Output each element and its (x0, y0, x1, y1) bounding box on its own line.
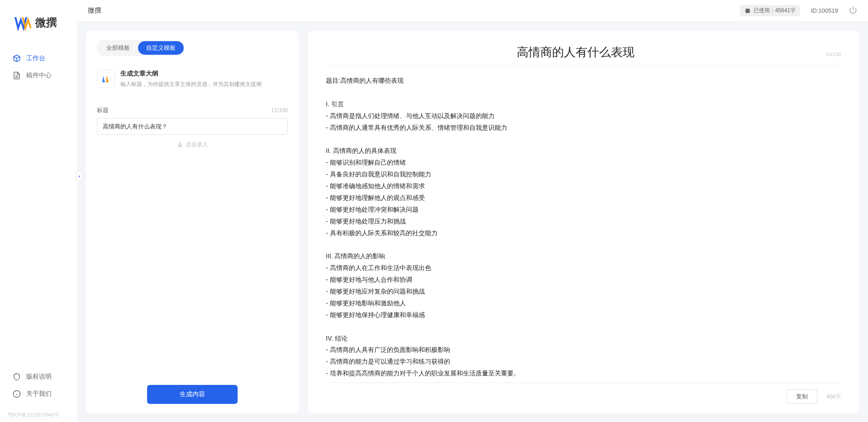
logo-icon (14, 14, 32, 32)
nav-label: 关于我们 (26, 390, 52, 398)
content: 全部模板 自定义模板 生成文章大纲 输入标题，为你提供文章主体的灵感，并为其创建… (77, 22, 868, 422)
word-count: 404字 (826, 393, 841, 401)
mic-icon (177, 142, 183, 148)
sidebar: 微撰 工作台 稿件中心 版权说明 关于我们 鄂ICP备2022016946号 (0, 0, 77, 422)
template-info: 生成文章大纲 输入标题，为你提供文章主体的灵感，并为其创建推文提纲 (120, 70, 262, 88)
logo: 微撰 (0, 0, 77, 50)
doc-title-row: 高情商的人有什么表现 10/100 (326, 44, 841, 66)
logo-text: 微撰 (35, 15, 57, 30)
output-panel: 高情商的人有什么表现 10/100 题目:高情商的人有哪些表现 I. 引言 - … (308, 31, 859, 413)
title-char-count: 10/100 (825, 52, 841, 57)
power-icon (849, 6, 857, 14)
nav-label: 版权说明 (26, 373, 52, 381)
generate-button[interactable]: 生成内容 (147, 385, 238, 404)
copy-button[interactable]: 复制 (787, 389, 817, 404)
info-icon (13, 390, 21, 398)
text-icon (744, 8, 751, 14)
doc-footer: 复制 404字 (326, 383, 841, 404)
nav-label: 稿件中心 (26, 71, 52, 80)
template-desc: 输入标题，为你提供文章主体的灵感，并为其创建推文提纲 (120, 81, 262, 88)
voice-label: 语音录入 (186, 141, 208, 149)
chevron-left-icon (77, 174, 81, 179)
page-title: 微撰 (88, 6, 101, 15)
editor-panel: 全部模板 自定义模板 生成文章大纲 输入标题，为你提供文章主体的灵感，并为其创建… (86, 31, 299, 413)
template-card: 生成文章大纲 输入标题，为你提供文章主体的灵感，并为其创建推文提纲 (97, 65, 288, 97)
voice-input-button[interactable]: 语音录入 (97, 135, 288, 155)
field-label: 标题 (97, 106, 109, 114)
doc-body[interactable]: 题目:高情商的人有哪些表现 I. 引言 - 高情商是指人们处理情绪、与他人互动以… (326, 75, 841, 383)
nav-item-workspace[interactable]: 工作台 (5, 50, 72, 67)
nav-item-about[interactable]: 关于我们 (5, 385, 72, 403)
topbar-right: 已使用：45641字 ID:100519 (740, 5, 857, 16)
topbar: 微撰 已使用：45641字 ID:100519 (77, 0, 868, 22)
template-icon (97, 70, 115, 88)
collapse-sidebar-button[interactable] (76, 171, 82, 182)
user-id: ID:100519 (811, 7, 838, 14)
tab-all-templates[interactable]: 全部模板 (98, 41, 138, 55)
template-title: 生成文章大纲 (120, 70, 262, 78)
document-icon (13, 71, 21, 80)
doc-title: 高情商的人有什么表现 (326, 44, 825, 60)
nav-label: 工作台 (26, 54, 45, 62)
title-input[interactable] (97, 118, 288, 135)
usage-text: 已使用：45641字 (754, 7, 796, 14)
tab-custom-templates[interactable]: 自定义模板 (138, 41, 184, 55)
power-button[interactable] (849, 6, 857, 15)
svg-rect-4 (179, 142, 181, 146)
svg-rect-3 (745, 9, 749, 13)
shield-icon (13, 373, 21, 381)
char-count: 11/100 (271, 107, 288, 114)
icp-text: 鄂ICP备2022016946号 (0, 412, 77, 422)
cube-icon (13, 54, 21, 62)
template-tabs: 全部模板 自定义模板 (97, 40, 185, 56)
nav: 工作台 稿件中心 (0, 50, 77, 368)
main: 微撰 已使用：45641字 ID:100519 全部模板 自定义模板 (77, 0, 868, 422)
nav-item-drafts[interactable]: 稿件中心 (5, 67, 72, 84)
nav-item-copyright[interactable]: 版权说明 (5, 368, 72, 385)
bottom-nav: 版权说明 关于我们 (0, 368, 77, 412)
usage-badge: 已使用：45641字 (740, 5, 800, 16)
field-header: 标题 11/100 (97, 106, 288, 114)
